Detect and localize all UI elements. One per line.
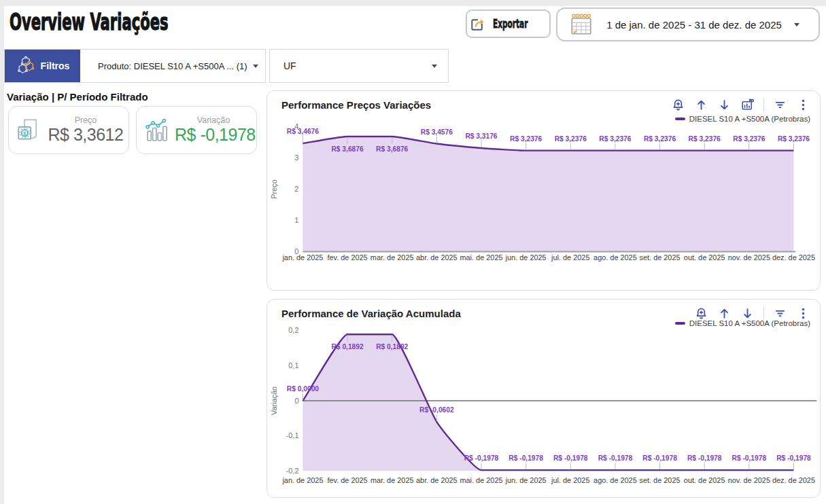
price-card: $ Preço R$ 3,3612 — [8, 106, 129, 154]
summary-heading: Variação | P/ Período Filtrado — [7, 91, 148, 103]
svg-text:0: 0 — [294, 397, 298, 405]
svg-text:out. de 2025: out. de 2025 — [684, 476, 725, 484]
page-title: Overview Variações — [10, 8, 266, 35]
chart-panel-variacao: Performance de Variação Acumulada — [266, 299, 821, 498]
svg-text:jan. de 2025: jan. de 2025 — [281, 253, 323, 262]
svg-text:mai. de 2025: mai. de 2025 — [460, 253, 502, 262]
svg-text:R$ 0,1892: R$ 0,1892 — [331, 343, 363, 350]
price-card-value: R$ 3,3612 — [47, 125, 124, 145]
svg-text:R$ -0,1978: R$ -0,1978 — [553, 454, 588, 462]
svg-text:R$ 3,6876: R$ 3,6876 — [331, 145, 363, 153]
svg-text:R$ 3,2376: R$ 3,2376 — [733, 135, 765, 143]
variation-card-value: R$ -0,1978 — [175, 125, 252, 145]
price-icon: $ — [14, 115, 46, 146]
price-card-label: Preço — [47, 115, 124, 125]
variation-icon — [142, 115, 173, 146]
svg-text:R$ -0,1978: R$ -0,1978 — [509, 454, 543, 462]
svg-text:R$ 3,2376: R$ 3,2376 — [555, 135, 587, 143]
variacao-chart: 0,20,10-0,1-0,2jan. de 2025fev. de 2025m… — [267, 300, 820, 497]
svg-text:R$ 3,2376: R$ 3,2376 — [599, 135, 631, 143]
dashboard-page: Overview Variações Exportar 1 de jan. de… — [0, 0, 826, 504]
chart-panel-precos: Performance Preços Variações — [266, 90, 821, 291]
svg-text:0,2: 0,2 — [288, 326, 298, 334]
svg-text:$: $ — [23, 130, 27, 136]
svg-text:jan. de 2025: jan. de 2025 — [281, 476, 323, 484]
chevron-down-icon — [432, 65, 437, 68]
svg-text:Preço: Preço — [270, 179, 278, 199]
export-button[interactable]: Exportar — [466, 10, 551, 38]
produto-value: Produto: DIESEL S10 A +S500A ... (1) — [98, 61, 247, 71]
svg-text:nov. de 2025: nov. de 2025 — [728, 476, 770, 484]
svg-text:1: 1 — [294, 216, 298, 224]
svg-text:out. de 2025: out. de 2025 — [684, 253, 725, 262]
svg-text:R$ 0,1892: R$ 0,1892 — [376, 343, 408, 350]
svg-text:R$ 3,4576: R$ 3,4576 — [421, 128, 453, 136]
svg-text:R$ -0,1978: R$ -0,1978 — [464, 454, 499, 462]
date-range-text: 1 de jan. de 2025 - 31 de dez. de 2025 — [594, 19, 794, 31]
chevron-down-icon — [253, 65, 258, 68]
svg-text:3: 3 — [294, 154, 298, 162]
export-icon — [468, 14, 487, 34]
svg-text:abr. de 2025: abr. de 2025 — [416, 253, 458, 262]
svg-text:R$ -0,1978: R$ -0,1978 — [732, 454, 767, 462]
svg-text:R$ 3,2376: R$ 3,2376 — [778, 135, 810, 143]
svg-text:R$ -0,0602: R$ -0,0602 — [419, 406, 454, 414]
svg-text:jul. de 2025: jul. de 2025 — [551, 253, 589, 262]
svg-text:fev. de 2025: fev. de 2025 — [327, 476, 367, 484]
chevron-down-icon — [794, 23, 799, 26]
svg-text:dez. de 2025: dez. de 2025 — [772, 476, 815, 484]
svg-text:jun. de 2025: jun. de 2025 — [505, 253, 547, 262]
svg-text:dez. de 2025: dez. de 2025 — [772, 253, 815, 262]
svg-text:2: 2 — [294, 185, 298, 193]
precos-chart: 43210jan. de 2025fev. de 2025mar. de 202… — [267, 91, 820, 290]
svg-text:mar. de 2025: mar. de 2025 — [371, 253, 414, 262]
svg-text:mar. de 2025: mar. de 2025 — [371, 476, 414, 484]
produto-dropdown[interactable]: Produto: DIESEL S10 A +S500A ... (1) — [80, 50, 265, 82]
svg-text:R$ -0,1978: R$ -0,1978 — [642, 454, 677, 462]
svg-text:abr. de 2025: abr. de 2025 — [416, 476, 458, 484]
svg-text:Variação: Variação — [270, 386, 278, 415]
svg-text:set. de 2025: set. de 2025 — [640, 253, 681, 262]
svg-text:R$ 3,3176: R$ 3,3176 — [465, 132, 497, 140]
uf-dropdown[interactable]: UF — [269, 49, 449, 83]
filter-bar: Filtros Produto: DIESEL S10 A +S500A ...… — [4, 49, 266, 83]
svg-text:set. de 2025: set. de 2025 — [640, 476, 681, 484]
page-top-margin — [0, 0, 826, 6]
uf-value: UF — [283, 60, 296, 71]
svg-text:ago. de 2025: ago. de 2025 — [593, 476, 637, 484]
svg-text:0,1: 0,1 — [288, 361, 298, 370]
svg-text:R$ 3,2376: R$ 3,2376 — [510, 135, 542, 143]
svg-text:R$ -0,1978: R$ -0,1978 — [776, 454, 811, 462]
svg-text:R$ -0,1978: R$ -0,1978 — [598, 454, 633, 462]
svg-text:ago. de 2025: ago. de 2025 — [593, 253, 637, 262]
svg-text:R$ 0,0000: R$ 0,0000 — [287, 385, 319, 393]
svg-text:jun. de 2025: jun. de 2025 — [505, 476, 547, 484]
svg-text:nov. de 2025: nov. de 2025 — [728, 253, 770, 262]
svg-text:R$ 3,6876: R$ 3,6876 — [376, 145, 408, 153]
filters-label: Filtros — [41, 60, 70, 71]
svg-text:mai. de 2025: mai. de 2025 — [460, 476, 502, 484]
svg-text:R$ 3,4676: R$ 3,4676 — [287, 128, 319, 135]
svg-text:R$ 3,2376: R$ 3,2376 — [644, 135, 676, 143]
export-label: Exportar — [493, 17, 528, 31]
variation-card: Variação R$ -0,1978 — [136, 106, 257, 154]
filters-button[interactable]: Filtros — [5, 50, 80, 82]
svg-text:-0,1: -0,1 — [286, 431, 299, 439]
svg-text:R$ 3,2376: R$ 3,2376 — [689, 135, 721, 143]
svg-text:-0,2: -0,2 — [286, 467, 299, 475]
svg-text:R$ -0,1978: R$ -0,1978 — [687, 454, 722, 462]
date-range-picker[interactable]: 1 de jan. de 2025 - 31 de dez. de 2025 — [556, 7, 820, 41]
svg-text:fev. de 2025: fev. de 2025 — [327, 253, 367, 262]
variation-card-label: Variação — [175, 115, 252, 125]
calendar-icon — [568, 12, 594, 37]
svg-text:jul. de 2025: jul. de 2025 — [551, 476, 589, 484]
filter-hexagons-icon — [16, 56, 36, 76]
